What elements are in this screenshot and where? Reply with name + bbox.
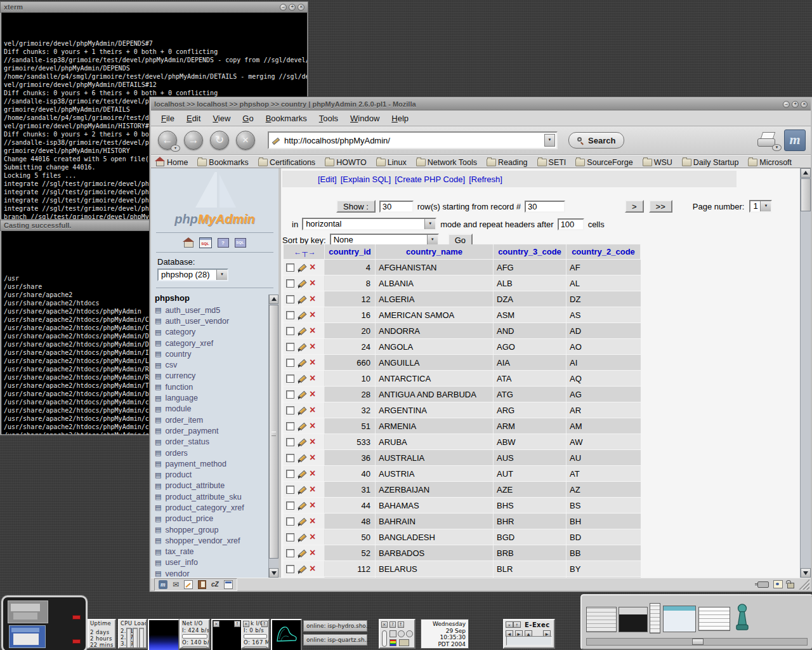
row-checkbox[interactable] [286,279,294,288]
online-status-button-1[interactable]: online: isp-hydro.sho... [303,620,367,632]
mail-icon[interactable]: ✉ [173,581,179,588]
query-link[interactable]: [Refresh] [469,175,502,184]
resize-grip[interactable] [799,579,809,590]
delete-x-icon[interactable]: × [310,421,315,430]
bookmark-folder[interactable]: WSU [643,158,672,167]
edit-pencil-icon[interactable] [298,485,306,494]
row-checkbox[interactable] [286,517,294,526]
query-link[interactable]: [Edit] [318,175,337,184]
row-checkbox[interactable] [286,263,294,272]
sidebar-table-item[interactable]: ▤ csv [155,359,278,370]
xterm-titlebar[interactable]: xterm – + × [1,2,308,13]
page-number-select[interactable]: 1 ▼ [749,200,772,213]
sidebar-table-item[interactable]: ▤ shopper_group [155,524,278,535]
scroll-up-button[interactable] [269,295,278,304]
edit-pencil-icon[interactable] [298,279,306,288]
sidebar-table-item[interactable]: ▤ user_info [155,557,278,568]
row-checkbox[interactable] [286,454,294,462]
bookmark-folder[interactable]: SETI [537,158,566,167]
delete-x-icon[interactable]: × [310,501,315,510]
row-checkbox[interactable] [286,470,294,478]
scroll-down-button[interactable] [269,568,278,578]
shade-icon[interactable]: ↑ [261,621,268,627]
row-checkbox[interactable] [286,549,294,557]
delete-x-icon[interactable]: × [310,263,315,272]
sidebar-table-item[interactable]: ▤ auth_user_md5 [155,305,278,315]
sidebar-table-item[interactable]: ▤ vendor [155,568,278,578]
row-checkbox[interactable] [286,295,294,303]
edit-pencil-icon[interactable] [298,469,306,478]
menu-item[interactable]: Bookmarks [266,114,307,123]
help-icon[interactable]: ? [390,621,396,628]
search-button[interactable]: Search [568,132,624,149]
window-thumbnail[interactable] [586,607,617,632]
sql-window-icon[interactable]: SQL [199,237,212,248]
window-thumbnail[interactable] [619,607,648,632]
slider[interactable] [382,630,387,647]
bookmark-folder[interactable]: Bookmarks [197,158,249,167]
menu-item[interactable]: Help [391,114,409,123]
bookmark-folder[interactable]: Reading [487,158,528,167]
close-icon[interactable]: × [298,4,304,11]
sidebar-table-item[interactable]: ▤ function [155,381,278,392]
row-checkbox[interactable] [286,343,294,351]
bookmark-folder[interactable]: Network Tools [416,158,477,167]
print-button[interactable]: ▼ [756,132,778,149]
shade-icon[interactable]: ↑ [513,621,521,628]
edit-pencil-icon[interactable] [298,453,306,462]
row-checkbox[interactable] [286,375,294,383]
menu-item[interactable]: Go [242,114,253,123]
close-icon[interactable]: × [381,621,388,628]
repeat-headers-input[interactable] [558,218,584,230]
last-page-button[interactable]: >> [649,200,672,213]
minimize-icon[interactable]: – [280,4,287,11]
menu-item[interactable]: Edit [187,114,200,123]
folder-swatch[interactable] [399,639,409,646]
bookmark-folder[interactable]: Daily Startup [682,158,739,167]
row-checkbox[interactable] [286,501,294,510]
sidebar-table-item[interactable]: ▤ auth_user_vendor [155,315,278,326]
browser-titlebar[interactable]: localhost >> localhost >> phpshop >> cou… [151,98,811,110]
delete-x-icon[interactable]: × [310,326,315,335]
edit-pencil-icon[interactable] [298,406,306,415]
print-dropdown[interactable]: ▼ [772,144,782,151]
row-checkbox[interactable] [286,486,294,494]
edit-pencil-icon[interactable] [298,310,306,319]
iconbox-scrollbar[interactable] [586,638,808,646]
delete-x-icon[interactable]: × [310,374,315,383]
clock-swatch[interactable] [398,630,405,637]
help-icon[interactable]: ? [218,238,229,248]
bookmark-folder[interactable]: Certifications [258,158,315,167]
window-thumbnail[interactable] [698,607,730,631]
scrollbar-thumb[interactable] [269,305,278,559]
row-checkbox[interactable] [286,311,294,319]
sidebar-table-item[interactable]: ▤ shopper_vendor_xref [155,535,278,546]
sidebar-table-item[interactable]: ▤ product_attribute [155,481,278,491]
scrollbar-thumb[interactable] [801,178,811,211]
online-status-icon[interactable] [757,581,769,588]
scroll-up-button[interactable] [801,168,811,178]
delete-x-icon[interactable]: × [310,485,315,494]
sidebar-table-item[interactable]: ▤ orders [155,448,278,458]
query-link[interactable]: [Explain SQL] [341,175,391,184]
rows-count-input[interactable] [379,201,414,213]
cookie-icon[interactable] [773,580,783,588]
color-bars-swatch[interactable] [390,639,396,646]
edit-pencil-icon[interactable] [298,358,306,367]
edit-pencil-icon[interactable] [298,501,306,510]
row-checkbox[interactable] [286,390,294,399]
column-header-country-id[interactable]: country_id [329,247,370,256]
delete-x-icon[interactable]: × [310,437,315,446]
delete-x-icon[interactable]: × [310,295,315,303]
pma-logo[interactable]: phpMyAdmin [151,172,278,229]
delete-x-icon[interactable]: × [310,564,315,573]
sidebar-table-item[interactable]: ▤ order_status [155,437,278,448]
security-lock-icon[interactable] [787,583,794,588]
column-header-country-name[interactable]: country_name [406,247,462,256]
window-thumbnail[interactable] [650,603,660,633]
delete-x-icon[interactable]: × [310,279,315,288]
sidebar-table-item[interactable]: ▤ country [155,348,278,359]
composer-icon[interactable] [184,580,193,589]
edit-pencil-icon[interactable] [298,548,306,557]
query-link[interactable]: [Create PHP Code] [395,175,465,184]
